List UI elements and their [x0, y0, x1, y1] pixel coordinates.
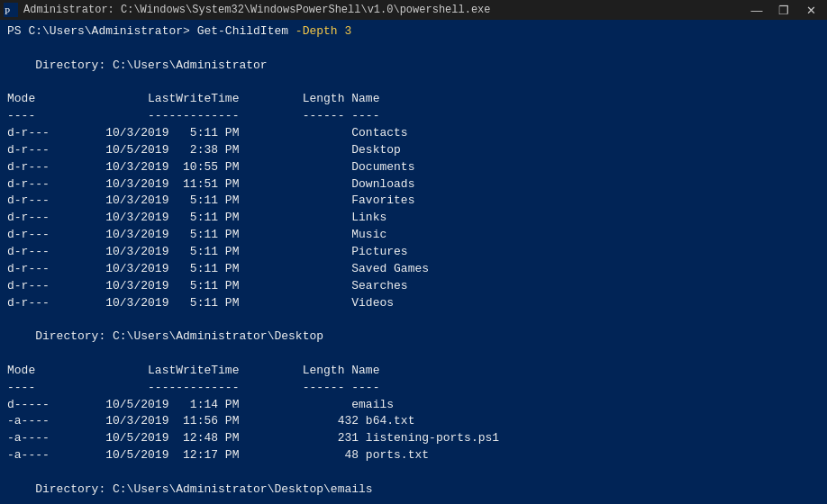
blank-line-1 — [7, 40, 820, 58]
directory-label-1: Directory: C:\Users\Administrator — [7, 58, 820, 75]
column-headers-1: Mode LastWriteTime Length Name — [7, 91, 820, 108]
title-bar: P Administrator: C:\Windows\System32\Win… — [0, 0, 827, 20]
command-line: PS C:\Users\Administrator> Get-ChildItem… — [7, 23, 820, 40]
table-row: d-r--- 10/3/2019 5:11 PM Videos — [7, 295, 820, 312]
table-row: -a---- 10/5/2019 12:17 PM 48 ports.txt — [7, 447, 820, 464]
close-button[interactable]: ✕ — [798, 0, 823, 20]
table-row: d-r--- 10/3/2019 5:11 PM Saved Games — [7, 261, 820, 278]
table-row: -a---- 10/3/2019 11:56 PM 432 b64.txt — [7, 413, 820, 430]
prompt-text: PS C:\Users\Administrator> — [7, 24, 197, 38]
minimize-button[interactable]: — — [744, 0, 769, 20]
table-row: d-r--- 10/3/2019 5:11 PM Favorites — [7, 193, 820, 210]
table-row: d-r--- 10/3/2019 10:55 PM Documents — [7, 159, 820, 176]
svg-text:P: P — [5, 5, 10, 16]
powershell-icon: P — [4, 3, 18, 17]
table-row: d-r--- 10/3/2019 5:11 PM Contacts — [7, 125, 820, 142]
table-row: d----- 10/5/2019 1:14 PM emails — [7, 397, 820, 414]
column-headers-2: Mode LastWriteTime Length Name — [7, 363, 820, 380]
command-flags: -Depth 3 — [288, 24, 351, 38]
table-row: d-r--- 10/3/2019 11:51 PM Downloads — [7, 176, 820, 194]
table-row: -a---- 10/5/2019 12:48 PM 231 listening-… — [7, 430, 820, 447]
blank-line-2 — [7, 75, 820, 92]
blank-line-3 — [7, 311, 820, 328]
separator-2: ---- ------------- ------ ---- — [7, 380, 820, 397]
title-bar-left: P Administrator: C:\Windows\System32\Win… — [4, 3, 490, 17]
table-row: d-r--- 10/3/2019 5:11 PM Links — [7, 210, 820, 227]
command-keyword: Get-ChildItem — [197, 24, 288, 38]
maximize-button[interactable]: ❐ — [771, 0, 796, 20]
directory-label-2: Directory: C:\Users\Administrator\Deskto… — [7, 328, 820, 346]
blank-line-5 — [7, 464, 820, 482]
table-row: d-r--- 10/3/2019 5:11 PM Searches — [7, 278, 820, 295]
terminal-content: PS C:\Users\Administrator> Get-ChildItem… — [0, 20, 827, 504]
title-bar-controls: — ❐ ✕ — [744, 0, 823, 20]
window-title: Administrator: C:\Windows\System32\Windo… — [23, 4, 490, 16]
directory-label-3: Directory: C:\Users\Administrator\Deskto… — [7, 482, 820, 499]
table-row: d-r--- 10/5/2019 2:38 PM Desktop — [7, 142, 820, 159]
table-row: d-r--- 10/3/2019 5:11 PM Music — [7, 227, 820, 244]
separator-1: ---- ------------- ------ ---- — [7, 108, 820, 125]
table-row: d-r--- 10/3/2019 5:11 PM Pictures — [7, 244, 820, 261]
blank-line-4 — [7, 346, 820, 363]
